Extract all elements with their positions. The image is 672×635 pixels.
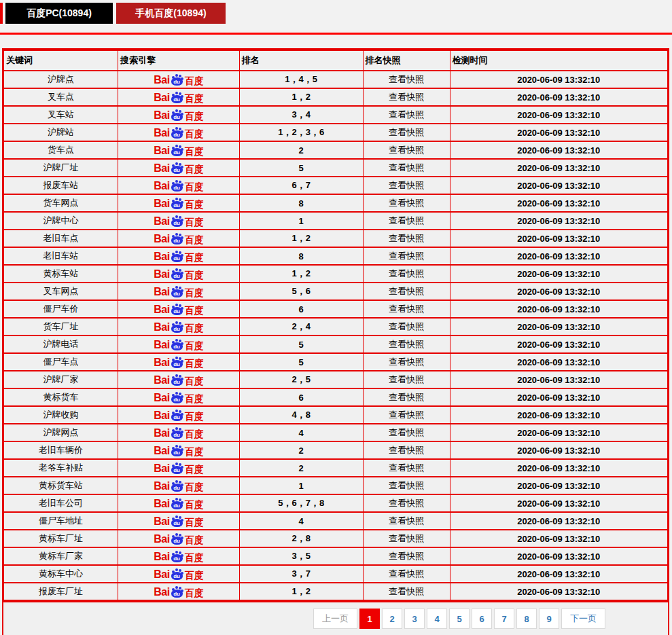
- table-row: 报废车厂址 Bai du 百度 1，2: [4, 583, 668, 600]
- page-number-button[interactable]: 9: [539, 609, 559, 629]
- snapshot-cell: 查看快照: [363, 71, 450, 88]
- red-divider: [0, 33, 672, 35]
- table-row: 老旧车站 Bai du 百度 8: [4, 247, 668, 265]
- time-cell: 2020-06-09 13:32:10: [450, 406, 667, 424]
- baidu-paw-icon: du: [171, 533, 183, 545]
- pagination: 上一页 1 2 3 4 5 6 7 8 9 下一页: [3, 601, 668, 635]
- baidu-logo: Bai du 百度: [154, 92, 203, 103]
- view-snapshot-link[interactable]: 查看快照: [389, 321, 424, 331]
- view-snapshot-link[interactable]: 查看快照: [389, 480, 424, 490]
- baidu-logo: Bai du 百度: [154, 568, 203, 580]
- engine-cell: Bai du 百度: [118, 530, 240, 547]
- view-snapshot-link[interactable]: 查看快照: [389, 304, 424, 314]
- tab-baidu-pc[interactable]: 百度PC(10894): [5, 3, 113, 24]
- page-number-button[interactable]: 7: [494, 609, 514, 629]
- snapshot-cell: 查看快照: [363, 283, 450, 300]
- baidu-logo-bai-text: Bai: [154, 481, 169, 492]
- view-snapshot-link[interactable]: 查看快照: [389, 215, 424, 225]
- view-snapshot-link[interactable]: 查看快照: [389, 410, 424, 420]
- view-snapshot-link[interactable]: 查看快照: [389, 533, 424, 543]
- page-number-button[interactable]: 1: [359, 609, 380, 629]
- baidu-logo-bai-text: Bai: [154, 216, 169, 227]
- view-snapshot-link[interactable]: 查看快照: [389, 127, 424, 137]
- time-cell: 2020-06-09 13:32:10: [450, 283, 667, 300]
- tab-baidu-mobile[interactable]: 手机百度(10894): [116, 3, 226, 24]
- view-snapshot-link[interactable]: 查看快照: [389, 374, 424, 384]
- rank-cell: 1，2: [239, 230, 363, 247]
- view-snapshot-link[interactable]: 查看快照: [389, 568, 424, 579]
- view-snapshot-link[interactable]: 查看快照: [389, 551, 424, 561]
- view-snapshot-link[interactable]: 查看快照: [389, 268, 424, 278]
- baidu-logo-cn-text: 百度: [185, 341, 204, 350]
- view-snapshot-link[interactable]: 查看快照: [389, 251, 424, 261]
- page-number-button[interactable]: 6: [472, 609, 492, 629]
- engine-cell: Bai du 百度: [118, 353, 240, 371]
- view-snapshot-link[interactable]: 查看快照: [389, 498, 424, 508]
- next-page-button[interactable]: 下一页: [561, 609, 605, 629]
- view-snapshot-link[interactable]: 查看快照: [389, 145, 424, 155]
- keyword-cell: 货车网点: [4, 194, 118, 212]
- page-number-button[interactable]: 2: [382, 609, 402, 629]
- engine-cell: Bai du 百度: [118, 265, 240, 283]
- view-snapshot-link[interactable]: 查看快照: [389, 233, 424, 243]
- view-snapshot-link[interactable]: 查看快照: [389, 586, 424, 596]
- page-number-button[interactable]: 8: [516, 609, 537, 629]
- baidu-logo: Bai du 百度: [154, 215, 203, 227]
- view-snapshot-link[interactable]: 查看快照: [389, 92, 424, 102]
- view-snapshot-link[interactable]: 查看快照: [389, 339, 424, 349]
- snapshot-cell: 查看快照: [363, 212, 450, 230]
- time-cell: 2020-06-09 13:32:10: [450, 441, 667, 459]
- view-snapshot-link[interactable]: 查看快照: [389, 515, 424, 526]
- rank-cell: 5: [239, 335, 363, 353]
- table-row: 沪牌电话 Bai du 百度 5: [4, 335, 668, 353]
- time-cell: 2020-06-09 13:32:10: [450, 583, 667, 600]
- keyword-cell: 僵尸车地址: [4, 512, 118, 530]
- snapshot-cell: 查看快照: [363, 477, 450, 494]
- view-snapshot-link[interactable]: 查看快照: [389, 445, 424, 455]
- view-snapshot-link[interactable]: 查看快照: [389, 357, 424, 367]
- baidu-paw-icon: du: [171, 74, 183, 86]
- baidu-logo-du-text: du: [171, 97, 183, 103]
- baidu-paw-icon: du: [171, 198, 183, 209]
- baidu-logo-cn-text: 百度: [185, 394, 204, 403]
- time-cell: 2020-06-09 13:32:10: [450, 300, 667, 318]
- keyword-cell: 黄标货车: [4, 388, 118, 406]
- view-snapshot-link[interactable]: 查看快照: [389, 74, 424, 84]
- baidu-logo-du-text: du: [171, 256, 183, 261]
- baidu-logo: Bai du 百度: [154, 127, 203, 139]
- table-row: 沪牌厂址 Bai du 百度 5: [4, 159, 668, 177]
- time-cell: 2020-06-09 13:32:10: [450, 494, 667, 512]
- view-snapshot-link[interactable]: 查看快照: [389, 462, 424, 473]
- page-number-button[interactable]: 4: [427, 609, 447, 629]
- page-number-button[interactable]: 3: [404, 609, 425, 629]
- page-number-button[interactable]: 5: [449, 609, 470, 629]
- view-snapshot-link[interactable]: 查看快照: [389, 427, 424, 437]
- baidu-paw-icon: du: [171, 162, 183, 174]
- time-cell: 2020-06-09 13:32:10: [450, 106, 667, 124]
- view-snapshot-link[interactable]: 查看快照: [389, 180, 424, 190]
- baidu-logo-du-text: du: [171, 238, 183, 244]
- engine-cell: Bai du 百度: [118, 247, 240, 265]
- baidu-logo: Bai du 百度: [154, 321, 203, 333]
- keyword-cell: 黄标车厂家: [4, 547, 118, 565]
- rank-cell: 6: [239, 388, 363, 406]
- view-snapshot-link[interactable]: 查看快照: [389, 162, 424, 173]
- baidu-logo: Bai du 百度: [154, 339, 203, 350]
- view-snapshot-link[interactable]: 查看快照: [389, 392, 424, 402]
- snapshot-cell: 查看快照: [363, 441, 450, 459]
- time-cell: 2020-06-09 13:32:10: [450, 141, 667, 159]
- rank-cell: 3，4: [239, 106, 363, 124]
- time-cell: 2020-06-09 13:32:10: [450, 88, 667, 106]
- prev-page-button[interactable]: 上一页: [313, 609, 357, 629]
- baidu-logo: Bai du 百度: [154, 74, 203, 86]
- view-snapshot-link[interactable]: 查看快照: [389, 286, 424, 296]
- baidu-logo: Bai du 百度: [154, 480, 203, 492]
- rank-cell: 1，2，3，6: [239, 124, 363, 141]
- view-snapshot-link[interactable]: 查看快照: [389, 109, 424, 120]
- time-cell: 2020-06-09 13:32:10: [450, 159, 667, 177]
- baidu-logo-du-text: du: [171, 486, 183, 491]
- snapshot-cell: 查看快照: [363, 230, 450, 247]
- keyword-cell: 老爷车补贴: [4, 459, 118, 477]
- time-cell: 2020-06-09 13:32:10: [450, 265, 667, 283]
- view-snapshot-link[interactable]: 查看快照: [389, 198, 424, 208]
